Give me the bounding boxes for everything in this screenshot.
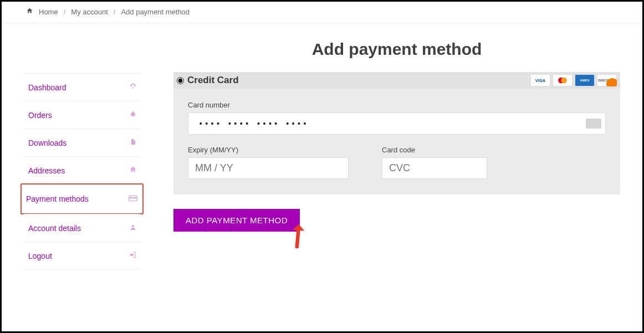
sidebar-item-orders[interactable]: Orders xyxy=(24,101,140,129)
card-icon xyxy=(128,194,138,203)
sidebar-item-dashboard[interactable]: Dashboard xyxy=(24,73,140,101)
amex-icon: AMEX xyxy=(575,74,595,86)
add-payment-method-button[interactable]: ADD PAYMENT METHOD xyxy=(173,209,300,232)
sidebar-item-account-details[interactable]: Account details xyxy=(24,214,140,242)
dashboard-icon xyxy=(128,83,138,92)
sidebar-item-logout[interactable]: Logout xyxy=(24,242,140,270)
mastercard-icon xyxy=(553,74,573,86)
page-title: Add payment method xyxy=(173,40,620,59)
svg-rect-2 xyxy=(129,197,137,198)
cvc-label: Card code xyxy=(382,146,487,154)
sidebar-item-addresses[interactable]: Addresses xyxy=(24,156,140,184)
visa-icon: VISA xyxy=(530,74,550,86)
breadcrumb: Home / My account / Add payment method xyxy=(2,2,642,23)
sidebar-item-payment-methods[interactable]: Payment methods xyxy=(21,183,144,214)
file-icon xyxy=(128,138,138,147)
card-brands: VISA AMEX DISCOVER xyxy=(530,74,617,86)
home-icon xyxy=(26,7,33,16)
expiry-input[interactable] xyxy=(188,157,349,179)
breadcrumb-sep: / xyxy=(64,8,66,16)
sidebar-item-label: Downloads xyxy=(28,139,67,147)
expiry-label: Expiry (MM/YY) xyxy=(188,146,349,154)
credit-card-radio[interactable] xyxy=(177,77,184,84)
breadcrumb-home[interactable]: Home xyxy=(39,8,58,16)
sidebar-item-label: Addresses xyxy=(28,166,65,175)
basket-icon xyxy=(128,110,138,120)
sidebar-item-label: Account details xyxy=(28,224,81,233)
card-number-input[interactable] xyxy=(188,112,606,135)
card-number-label: Card number xyxy=(188,101,606,109)
sidebar-item-downloads[interactable]: Downloads xyxy=(24,129,140,156)
svg-point-0 xyxy=(132,87,134,88)
sidebar-item-label: Dashboard xyxy=(28,83,67,92)
credit-card-option[interactable]: Credit Card xyxy=(177,75,239,86)
account-sidebar: Dashboard Orders Downloads Addresses xyxy=(24,73,140,270)
cvc-input[interactable] xyxy=(382,157,487,179)
discover-icon: DISCOVER xyxy=(597,74,617,86)
breadcrumb-account[interactable]: My account xyxy=(71,8,108,16)
card-brand-slot-icon xyxy=(586,119,601,129)
breadcrumb-current: Add payment method xyxy=(121,8,190,16)
user-icon xyxy=(128,223,138,233)
credit-card-label: Credit Card xyxy=(187,75,239,86)
sidebar-item-label: Orders xyxy=(28,111,52,120)
house-icon xyxy=(128,166,138,175)
svg-point-3 xyxy=(132,225,134,227)
sidebar-item-label: Payment methods xyxy=(26,194,89,203)
sidebar-item-label: Logout xyxy=(28,252,52,260)
svg-point-5 xyxy=(561,78,567,84)
payment-method-box: Credit Card VISA AMEX DISCOVER Card numb… xyxy=(173,72,620,194)
signout-icon xyxy=(128,251,138,260)
breadcrumb-sep: / xyxy=(114,8,116,16)
